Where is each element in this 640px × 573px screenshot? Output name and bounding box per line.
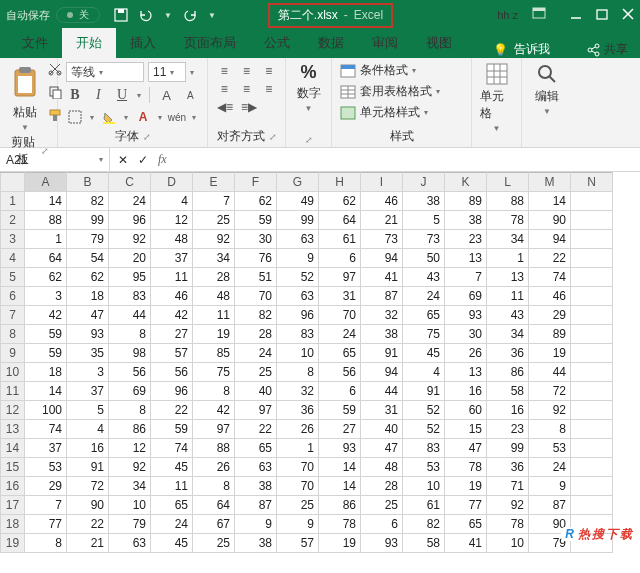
cell[interactable]: 31	[319, 287, 361, 306]
cell[interactable]: 91	[67, 458, 109, 477]
cell[interactable]: 65	[403, 306, 445, 325]
cell[interactable]: 71	[487, 477, 529, 496]
cell[interactable]: 4	[67, 420, 109, 439]
cell[interactable]: 77	[445, 496, 487, 515]
cell[interactable]: 22	[67, 515, 109, 534]
cell[interactable]: 36	[487, 458, 529, 477]
cell[interactable]: 87	[529, 496, 571, 515]
cell[interactable]: 73	[403, 230, 445, 249]
row-header[interactable]: 8	[1, 325, 25, 344]
cell[interactable]: 94	[361, 249, 403, 268]
cell[interactable]: 90	[529, 211, 571, 230]
cell[interactable]	[571, 477, 613, 496]
tab-file[interactable]: 文件	[8, 28, 62, 58]
cell[interactable]: 28	[235, 325, 277, 344]
cell[interactable]: 24	[319, 325, 361, 344]
cell[interactable]: 4	[151, 192, 193, 211]
cell[interactable]: 97	[319, 268, 361, 287]
cell[interactable]: 20	[109, 249, 151, 268]
cell[interactable]: 69	[109, 382, 151, 401]
cell[interactable]: 62	[25, 268, 67, 287]
cell[interactable]: 69	[445, 287, 487, 306]
row-header[interactable]: 9	[1, 344, 25, 363]
cell[interactable]: 37	[25, 439, 67, 458]
cell[interactable]: 48	[361, 458, 403, 477]
cell[interactable]: 26	[193, 458, 235, 477]
cell[interactable]: 91	[403, 382, 445, 401]
font-size-combo[interactable]: 11▾	[148, 62, 186, 82]
cell[interactable]: 15	[445, 420, 487, 439]
cell[interactable]: 11	[193, 306, 235, 325]
cell[interactable]: 65	[319, 344, 361, 363]
cell[interactable]: 9	[277, 249, 319, 268]
cell[interactable]: 3	[67, 363, 109, 382]
cell[interactable]: 43	[487, 306, 529, 325]
cell[interactable]: 46	[361, 192, 403, 211]
row-header[interactable]: 2	[1, 211, 25, 230]
cell[interactable]: 10	[403, 477, 445, 496]
row-header[interactable]: 11	[1, 382, 25, 401]
cell[interactable]: 11	[487, 287, 529, 306]
chevron-down-icon[interactable]: ▾	[192, 113, 196, 122]
cell[interactable]: 13	[487, 268, 529, 287]
cells-button[interactable]: 单元格 ▼	[480, 62, 513, 133]
cell[interactable]: 59	[319, 401, 361, 420]
cell[interactable]: 47	[361, 439, 403, 458]
cell[interactable]: 86	[109, 420, 151, 439]
cell[interactable]: 7	[193, 192, 235, 211]
cancel-formula-icon[interactable]: ✕	[118, 153, 128, 167]
chevron-down-icon[interactable]: ▾	[137, 91, 141, 100]
lightbulb-icon[interactable]: 💡	[493, 43, 508, 57]
cell[interactable]: 34	[487, 325, 529, 344]
cell[interactable]: 100	[25, 401, 67, 420]
cell[interactable]: 59	[25, 344, 67, 363]
cell[interactable]: 21	[67, 534, 109, 553]
cell[interactable]: 89	[529, 325, 571, 344]
cell[interactable]: 76	[235, 249, 277, 268]
cell[interactable]: 27	[151, 325, 193, 344]
cell[interactable]: 21	[361, 211, 403, 230]
cell[interactable]: 24	[235, 344, 277, 363]
row-header[interactable]: 3	[1, 230, 25, 249]
cell[interactable]: 64	[25, 249, 67, 268]
cell[interactable]: 8	[193, 382, 235, 401]
cell[interactable]: 51	[235, 268, 277, 287]
cell[interactable]: 42	[25, 306, 67, 325]
cell[interactable]: 92	[109, 458, 151, 477]
cell[interactable]: 25	[361, 496, 403, 515]
cell[interactable]: 10	[109, 496, 151, 515]
cell[interactable]: 78	[319, 515, 361, 534]
cell[interactable]: 28	[361, 477, 403, 496]
cell[interactable]: 34	[109, 477, 151, 496]
cell[interactable]: 88	[193, 439, 235, 458]
cell[interactable]: 23	[445, 230, 487, 249]
cell[interactable]: 96	[109, 211, 151, 230]
cell[interactable]: 72	[529, 382, 571, 401]
cell[interactable]: 62	[67, 268, 109, 287]
cell[interactable]: 90	[67, 496, 109, 515]
tab-home[interactable]: 开始	[62, 28, 116, 58]
cell[interactable]: 36	[277, 401, 319, 420]
cell[interactable]: 87	[361, 287, 403, 306]
cell[interactable]: 5	[403, 211, 445, 230]
chevron-down-icon[interactable]: ▾	[158, 113, 162, 122]
phonetic-button[interactable]: wén	[168, 108, 186, 126]
cell[interactable]: 38	[235, 477, 277, 496]
cell[interactable]: 34	[487, 230, 529, 249]
cell[interactable]: 10	[277, 344, 319, 363]
cell[interactable]: 16	[67, 439, 109, 458]
cell[interactable]: 99	[277, 211, 319, 230]
cell[interactable]: 94	[529, 230, 571, 249]
col-header[interactable]: I	[361, 173, 403, 192]
select-all-corner[interactable]	[1, 173, 25, 192]
cell[interactable]: 24	[151, 515, 193, 534]
cell[interactable]: 44	[361, 382, 403, 401]
cell[interactable]: 26	[277, 420, 319, 439]
chevron-down-icon[interactable]: ▾	[124, 113, 128, 122]
cell[interactable]	[571, 515, 613, 534]
border-button[interactable]	[66, 108, 84, 126]
cell[interactable]: 78	[487, 515, 529, 534]
cell[interactable]: 63	[277, 287, 319, 306]
dialog-launcher-icon[interactable]: ⤢	[269, 132, 277, 142]
col-header[interactable]: L	[487, 173, 529, 192]
